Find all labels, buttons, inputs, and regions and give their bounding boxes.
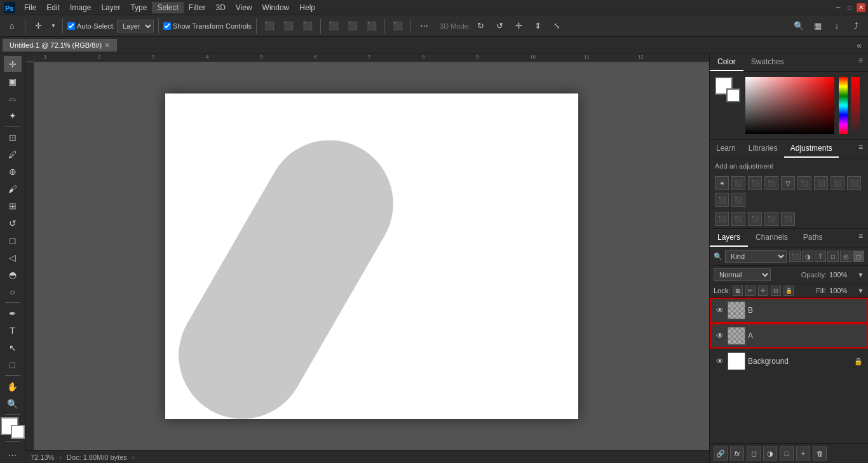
dodge-tool[interactable]: ○ [4,284,22,300]
eyedropper-tool[interactable]: 🖊 [4,146,22,162]
brightness-contrast-icon[interactable]: ☀ [715,176,729,190]
align-center-v-button[interactable]: ⬛ [344,18,361,34]
zoom-tool[interactable]: 🔍 [4,396,22,411]
align-left-button[interactable]: ⬛ [261,18,278,34]
layer-a-visibility-toggle[interactable]: 👁 [715,331,725,341]
menu-edit[interactable]: Edit [41,2,65,13]
magic-wand-tool[interactable]: ✦ [4,107,22,123]
menu-view[interactable]: View [231,2,257,13]
eraser-tool[interactable]: ◻ [4,232,22,248]
layer-fx-button[interactable]: fx [730,446,744,460]
layer-item-b[interactable]: 👁 B [710,298,868,323]
selective-color-icon[interactable]: ⬛ [781,212,795,226]
move-tool-button[interactable]: ✛ [30,18,46,34]
layer-item-background[interactable]: 👁 Background 🔒 [710,349,868,374]
lock-move-icon[interactable]: ✛ [758,286,768,296]
background-swatch[interactable] [11,425,25,439]
hsl-icon[interactable]: ⬛ [797,176,811,190]
history-brush-tool[interactable]: ↺ [4,215,22,231]
channel-mixer-icon[interactable]: ⬛ [715,193,729,207]
new-layer-button[interactable]: + [796,446,810,460]
move-tool-dropdown[interactable]: ▼ [49,18,58,34]
menu-file[interactable]: File [19,2,41,13]
layer-link-button[interactable]: 🔗 [714,446,728,460]
vibrance-icon[interactable]: ▽ [781,176,795,190]
close-button[interactable]: ✕ [857,3,865,12]
maximize-button[interactable]: □ [845,3,854,12]
align-right-button[interactable]: ⬛ [299,18,316,34]
clone-stamp-tool[interactable]: ⊞ [4,198,22,214]
download-button[interactable]: ↓ [829,18,845,34]
filter-pixel-icon[interactable]: ⬛ [789,251,801,262]
menu-3d[interactable]: 3D [210,2,230,13]
lock-checkerboard-icon[interactable]: ▦ [733,286,743,296]
status-nav-arrow[interactable]: › [132,453,135,461]
adjustments-panel-options[interactable]: ≡ [853,140,868,158]
pen-tool[interactable]: ✒ [4,305,22,321]
color-balance-icon[interactable]: ⬛ [814,176,828,190]
lock-all-icon[interactable]: 🔒 [783,286,794,296]
blur-tool[interactable]: ◓ [4,266,22,282]
3d-scale-button[interactable]: ⤡ [549,18,566,34]
layer-item-a[interactable]: 👁 A [710,323,868,349]
menu-window[interactable]: Window [257,2,295,13]
show-transform-checkbox[interactable] [163,22,171,30]
spot-healing-tool[interactable]: ⊕ [4,163,22,179]
3d-slide-button[interactable]: ⇕ [530,18,546,34]
menu-layer[interactable]: Layer [96,2,125,13]
learn-tab[interactable]: Learn [710,140,742,158]
color-gradient-picker[interactable] [745,77,834,134]
bw-icon[interactable]: ⬛ [831,176,844,190]
blend-mode-dropdown[interactable]: Normal [714,268,771,281]
levels-icon[interactable]: ⬛ [731,176,745,190]
view-mode-button[interactable]: ▦ [810,18,826,34]
search-button[interactable]: 🔍 [790,18,807,34]
status-arrow[interactable]: › [59,453,62,461]
layers-panel-options[interactable]: ≡ [853,229,868,247]
menu-select[interactable]: Select [152,2,183,13]
paths-tab[interactable]: Paths [796,229,831,247]
minimize-button[interactable]: ─ [834,3,843,12]
auto-select-checkbox[interactable] [67,22,75,30]
channels-tab[interactable]: Channels [748,229,796,247]
adjustments-tab[interactable]: Adjustments [784,140,839,158]
shape-tool[interactable]: □ [4,357,22,373]
layer-mask-button[interactable]: ◻ [747,446,761,460]
home-button[interactable]: ⌂ [4,18,20,34]
extra-tools-button[interactable]: … [4,445,22,460]
3d-rotate-button[interactable]: ↻ [473,18,489,34]
align-bottom-button[interactable]: ⬛ [363,18,380,34]
collapse-panels-button[interactable]: « [853,40,865,50]
fill-dropdown-icon[interactable]: ▼ [857,287,864,294]
brush-tool[interactable]: 🖌 [4,181,22,197]
color-tab[interactable]: Color [710,53,743,71]
layer-group-button[interactable]: □ [780,446,794,460]
opacity-dropdown-icon[interactable]: ▼ [857,271,864,279]
color-panel-options[interactable]: ≡ [853,53,868,71]
filter-off-icon[interactable]: ◻ [853,251,864,262]
filter-kind-dropdown[interactable]: Kind [725,250,787,263]
filter-smart-icon[interactable]: ◎ [840,251,851,262]
color-lookup-icon[interactable]: ⬛ [731,193,745,207]
lock-artboard-icon[interactable]: ⊟ [771,286,781,296]
canvas-scroll-area[interactable] [34,62,709,450]
hand-tool[interactable]: ✋ [4,378,22,394]
filter-text-icon[interactable]: T [815,251,826,262]
type-tool[interactable]: T [4,322,22,338]
gradient-tool[interactable]: ◁ [4,249,22,265]
layer-background-visibility-toggle[interactable]: 👁 [715,356,725,366]
threshold-icon[interactable]: ⬛ [748,212,762,226]
more-options-button[interactable]: ⋯ [416,18,432,34]
layers-tab[interactable]: Layers [710,229,748,247]
filter-adjustment-icon[interactable]: ◑ [802,251,813,262]
curves-icon[interactable]: ⬛ [748,176,762,190]
background-color-swatch[interactable] [726,88,740,102]
tab-close-button[interactable]: ✕ [104,41,110,50]
rectangular-marquee-tool[interactable]: ▣ [4,73,22,89]
menu-help[interactable]: Help [294,2,320,13]
posterize-icon[interactable]: ⬛ [731,212,745,226]
layer-b-visibility-toggle[interactable]: 👁 [715,305,725,315]
filter-shape-icon[interactable]: □ [827,251,839,262]
photo-filter-icon[interactable]: ⬛ [847,176,861,190]
delete-layer-button[interactable]: 🗑 [813,446,827,460]
